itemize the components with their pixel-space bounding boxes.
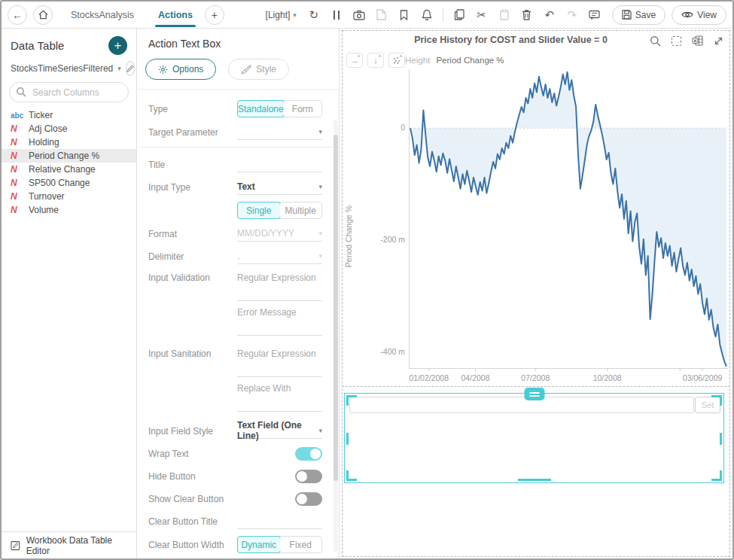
plus-badge: + (399, 53, 403, 59)
options-scrollbar[interactable] (333, 120, 338, 552)
column-item[interactable]: NTurnover (2, 190, 136, 203)
column-item[interactable]: NVolume (2, 203, 136, 217)
paste-button[interactable] (495, 6, 513, 24)
export-excel-button[interactable] (690, 34, 704, 47)
options-tab-button[interactable]: Options (145, 59, 216, 80)
search-columns-input[interactable] (9, 82, 129, 102)
textbox-input-field[interactable] (349, 397, 694, 413)
chevron-down-icon: ▾ (293, 11, 297, 19)
clear-button-title-input[interactable] (237, 513, 322, 529)
chart-zoom-button[interactable] (648, 34, 662, 47)
resize-handle-right[interactable] (720, 433, 722, 445)
input-field-style-label: Input Field Style (148, 426, 237, 437)
column-item[interactable]: abcTicker (2, 108, 136, 122)
y-tick-label: 0 (370, 123, 405, 132)
column-label: Holding (29, 137, 59, 148)
save-icon (622, 10, 632, 20)
save-button[interactable]: Save (612, 5, 665, 25)
pause-button[interactable] (327, 6, 346, 24)
add-y-axis-button[interactable]: ↓+ (367, 53, 384, 68)
redo-button[interactable]: ↷ (563, 6, 581, 24)
sidebar-title: Data Table (11, 39, 64, 52)
hide-button-toggle[interactable] (295, 470, 322, 483)
column-item[interactable]: NAdj Close (2, 122, 136, 135)
column-item[interactable]: NSP500 Change (2, 176, 136, 190)
column-item[interactable]: NPeriod Change % (2, 149, 136, 163)
delimiter-value: , (237, 251, 239, 261)
clear-button-width-label: Clear Button Width (148, 540, 237, 550)
type-form-button[interactable]: Form (284, 101, 321, 117)
input-sanitation-label: Input Sanitation (148, 347, 237, 359)
title-input[interactable] (237, 157, 322, 172)
edit-dataset-button[interactable] (126, 61, 135, 76)
sanitation-replace-with-input[interactable]: Replace With (237, 382, 322, 412)
input-field-style-select[interactable]: Text Field (One Line) ▾ (237, 423, 322, 439)
view-button[interactable]: View (672, 5, 726, 25)
bell-icon (422, 9, 432, 20)
home-button[interactable] (33, 5, 53, 25)
eye-icon (681, 11, 693, 19)
style-tab-button[interactable]: Style (228, 59, 289, 80)
add-points-button[interactable]: + (388, 53, 405, 68)
selection-corner-bottom-right[interactable] (711, 470, 722, 481)
rubber-band-select-button[interactable] (669, 34, 683, 47)
height-shelf-value[interactable]: Period Change % (436, 56, 504, 65)
single-button[interactable]: Single (237, 202, 281, 219)
dataset-selector[interactable]: StocksTimeSeriesFiltered (11, 63, 113, 74)
sanitation-regex-input[interactable]: Regular Expression (237, 347, 322, 377)
single-multiple-segmented-control: Single Multiple (237, 202, 322, 219)
theme-dropdown[interactable]: [Light] ▾ (266, 10, 297, 20)
x-tick-label: 04/2008 (461, 373, 490, 382)
resize-handle-left[interactable] (346, 433, 349, 445)
section-divider (138, 147, 339, 148)
format-select[interactable]: MM/DD/YYYY ▾ (237, 226, 322, 242)
column-item[interactable]: NHolding (2, 135, 136, 149)
wrap-text-toggle[interactable] (295, 447, 322, 461)
column-item[interactable]: NRelative Change (2, 163, 136, 176)
input-type-select[interactable]: Text ▾ (237, 179, 322, 195)
validation-error-message-input[interactable]: Error Message (237, 306, 322, 336)
snapshot-button[interactable] (350, 6, 368, 24)
show-clear-button-toggle[interactable] (295, 492, 322, 506)
maximize-button[interactable] (711, 34, 725, 47)
bookmark-button[interactable] (395, 6, 413, 24)
resize-handle-bottom[interactable] (518, 479, 551, 481)
notifications-button[interactable] (418, 6, 436, 24)
action-textbox-part[interactable]: Set (344, 393, 724, 483)
target-parameter-select[interactable]: ▾ (237, 124, 322, 140)
multiple-button[interactable]: Multiple (280, 202, 322, 218)
data-table-sidebar: Data Table + StocksTimeSeriesFiltered ▾ … (2, 29, 137, 558)
delimiter-select[interactable]: , ▾ (237, 248, 322, 264)
refresh-button[interactable]: ↻ (305, 6, 323, 24)
input-field-style-value: Text Field (One Line) (237, 420, 318, 441)
copy-button[interactable] (450, 6, 468, 24)
target-parameter-label: Target Parameter (148, 127, 237, 138)
undo-button[interactable]: ↶ (541, 6, 559, 24)
type-standalone-button[interactable]: Standalone (237, 100, 285, 117)
chevron-down-icon[interactable]: ▾ (117, 65, 121, 72)
dynamic-button[interactable]: Dynamic (237, 536, 281, 553)
export-pdf-button[interactable] (373, 6, 391, 24)
hide-button-label: Hide Button (148, 471, 237, 482)
workbook-data-table-editor-button[interactable]: Workbook Data Table Editor (2, 531, 136, 558)
chevron-down-icon: ▾ (318, 427, 322, 434)
set-button[interactable]: Set (695, 397, 720, 413)
price-history-chart[interactable] (409, 69, 728, 371)
add-x-axis-button[interactable]: →+ (346, 53, 363, 68)
brush-icon (241, 65, 251, 75)
validation-regex-input[interactable]: Regular Expression (237, 271, 322, 301)
chevron-down-icon: ▾ (318, 252, 322, 260)
delete-button[interactable] (518, 6, 536, 24)
fixed-button[interactable]: Fixed (280, 537, 322, 552)
drag-handle[interactable] (524, 388, 544, 400)
comments-button[interactable] (586, 6, 604, 24)
scrollbar-thumb[interactable] (333, 135, 338, 481)
add-data-table-button[interactable]: + (108, 36, 127, 55)
cut-button[interactable]: ✂ (473, 6, 491, 24)
add-tab-button[interactable]: + (205, 5, 224, 25)
back-button[interactable]: ← (8, 5, 27, 25)
tab-actions[interactable]: Actions (146, 2, 205, 29)
tab-stocksanalysis[interactable]: StocksAnalysis (59, 2, 146, 29)
gear-icon (158, 65, 168, 75)
selection-corner-bottom-left[interactable] (346, 470, 357, 481)
